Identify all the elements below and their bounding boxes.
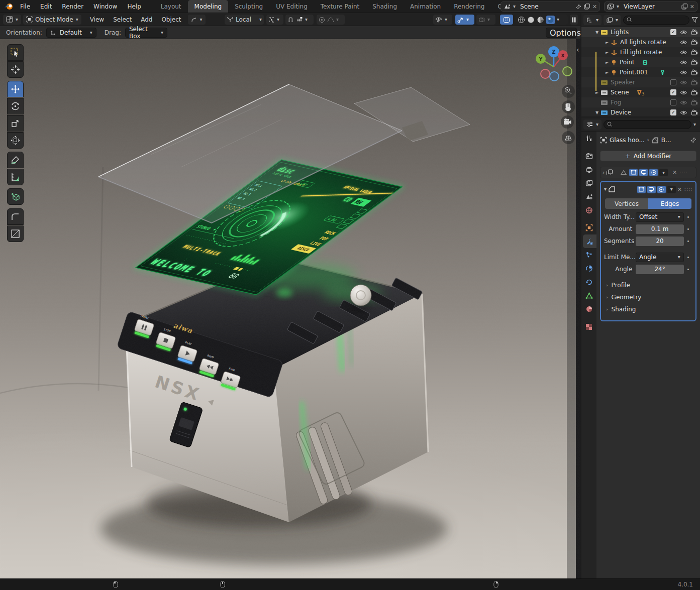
properties-editor-type-button[interactable]: ▾ [583,120,602,130]
eye-icon[interactable] [680,30,687,35]
tool-annotate[interactable] [7,152,24,168]
chevron-right-icon[interactable]: ► [604,40,611,45]
outliner-row-point-001[interactable]: ► Point.001 [581,67,700,77]
camera-icon[interactable] [691,79,698,85]
tool-knife[interactable] [7,225,24,242]
falloff-icon[interactable] [327,17,334,23]
properties-search-input[interactable] [604,120,691,129]
menu-window[interactable]: Window [88,0,122,13]
tool-transform[interactable] [7,132,24,149]
tab-uv-editing[interactable]: UV Editing [269,0,314,13]
modifier-extras-button[interactable]: ▾ [659,169,668,176]
breadcrumb-object[interactable]: Glass hoo... [610,137,645,144]
eye-icon[interactable] [680,40,687,45]
tool-scale[interactable] [7,115,24,132]
tab-world[interactable] [581,203,596,217]
drag-select[interactable]: Select Box ▾ [125,28,167,38]
tab-tool[interactable] [581,132,596,145]
eye-icon[interactable] [680,110,687,115]
camera-icon[interactable] [691,59,698,65]
tab-sculpting[interactable]: Sculpting [228,0,269,13]
render-toggle[interactable] [649,169,658,176]
filter-icon[interactable] [691,17,698,23]
camera-icon[interactable] [691,109,698,115]
tab-rendering[interactable]: Rendering [447,0,491,13]
segments-field[interactable]: 20 [636,237,683,246]
shading-solid-icon[interactable] [527,16,535,24]
proportional-edit-group[interactable]: ▾ [317,15,345,25]
limit-method-dropdown[interactable]: Angle ▾ [636,253,684,262]
outliner-row-point[interactable]: ► Point [581,57,700,67]
delete-modifier-icon[interactable]: ✕ [677,187,682,192]
affect-vertices-button[interactable]: Vertices [605,198,648,209]
camera-icon[interactable] [691,89,698,95]
bevel-header[interactable]: ▾ ▾ ✕ :::: [604,184,692,194]
collection-checkbox[interactable]: ✓ [670,89,676,95]
chevron-down-icon[interactable]: ▾ [693,122,696,127]
tab-output[interactable] [581,163,596,176]
animate-dot[interactable]: • [684,226,692,232]
show-overlays-dropdown[interactable]: ▾ [476,15,495,25]
tool-move[interactable] [7,81,24,97]
drag-handle[interactable]: :::: [679,170,687,175]
angle-field[interactable]: 24° [636,265,683,274]
menu-view[interactable]: View [85,13,109,26]
eye-icon[interactable] [680,60,687,65]
menu-edit[interactable]: Edit [35,0,57,13]
tab-animation[interactable]: Animation [404,0,447,13]
camera-icon[interactable] [691,99,698,105]
tool-header-dropdown[interactable]: ▾ [188,15,206,25]
viewlayer-selector[interactable]: ▾ ViewLayer ✕ [604,2,697,12]
close-icon[interactable]: ✕ [592,4,597,10]
add-modifier-button[interactable]: + Add Modifier [600,151,696,161]
menu-object[interactable]: Object [157,13,185,26]
shading-material-icon[interactable] [537,16,544,24]
eye-icon[interactable] [680,80,687,85]
tab-modeling[interactable]: Modeling [188,0,229,13]
shading-section-header[interactable]: › Shading [604,303,692,315]
affect-edges-button[interactable]: Edges [648,198,691,209]
tab-scene[interactable] [581,190,596,203]
pin-icon[interactable] [690,137,696,143]
collection-checkbox[interactable]: ✓ [670,109,676,115]
modifier-collapsed-header[interactable]: › ▾ ✕ :::: [600,167,696,178]
outliner-row-lights[interactable]: ▼ Lights ✓ [581,27,700,37]
outliner-editor-type-button[interactable]: ▾ [583,15,602,25]
collection-checkbox[interactable] [670,79,676,85]
show-gizmo-dropdown[interactable]: ▾ [455,15,474,25]
outliner-display-mode-button[interactable]: ▾ [604,15,621,25]
chevron-expanded-icon[interactable]: ▼ [593,110,601,115]
tab-object-data[interactable] [581,289,596,302]
chevron-right-icon[interactable]: ► [604,60,611,65]
close-icon[interactable]: ✕ [690,4,694,10]
outliner-row-all-lights-rotate[interactable]: ► All lights rotate [581,37,700,47]
tab-constraints[interactable] [581,275,596,289]
pause-render-button[interactable] [570,15,578,25]
amount-field[interactable]: 0.1 m [636,224,683,234]
edit-mode-toggle[interactable] [637,186,646,193]
editor-type-button[interactable]: ▾ [3,15,21,25]
outliner-row-fog[interactable]: Fog [581,97,700,107]
collection-checkbox[interactable] [670,99,676,105]
tool-add-cube[interactable] [7,188,24,205]
tab-render[interactable] [581,149,596,163]
chevron-expanded-icon[interactable]: ▼ [593,30,601,35]
menu-add[interactable]: Add [136,13,157,26]
camera-icon[interactable] [691,69,698,75]
tab-layout[interactable]: Layout [154,0,188,13]
camera-icon[interactable] [691,49,698,55]
transform-orientation-dropdown[interactable]: Local ▾ [225,15,264,25]
outliner-row-fill-light-rotate[interactable]: ► Fill ight rorate [581,47,700,57]
eye-icon[interactable] [680,100,687,105]
render-toggle[interactable] [657,186,666,193]
outliner-row-device[interactable]: ▼ Device ✓ [581,107,700,117]
orientation-select[interactable]: Default ▾ [46,28,96,38]
eye-icon[interactable] [680,90,687,95]
animate-dot[interactable]: • [684,239,692,244]
pin-icon[interactable] [576,4,581,10]
tool-bevel[interactable] [7,208,24,225]
collection-checkbox[interactable]: ✓ [670,29,676,35]
tool-select-box[interactable] [7,44,24,61]
tab-modifiers[interactable] [583,234,596,248]
snap-with-icon[interactable] [296,17,303,23]
